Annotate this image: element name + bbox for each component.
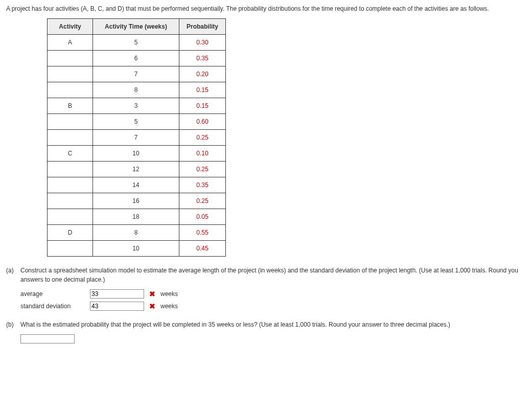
part-b-answer-row [20, 334, 526, 344]
table-row: 80.15 [48, 82, 226, 98]
average-label: average [20, 290, 87, 297]
cell-activity [48, 193, 93, 209]
average-input[interactable] [90, 289, 144, 299]
average-unit: weeks [160, 290, 178, 297]
cell-prob: 0.25 [179, 193, 226, 209]
cell-prob: 0.15 [179, 82, 226, 98]
cell-time: 7 [93, 130, 179, 146]
table-row: B30.15 [48, 98, 226, 114]
cell-activity [48, 82, 93, 98]
cell-prob: 0.05 [179, 209, 226, 225]
cell-activity [48, 130, 93, 146]
part-a: (a) Construct a spreadsheet simulation m… [6, 266, 526, 284]
cell-time: 8 [93, 82, 179, 98]
cell-prob: 0.35 [179, 51, 226, 66]
cell-activity [48, 114, 93, 130]
cell-activity: A [48, 35, 93, 51]
cell-activity [48, 209, 93, 225]
stddev-row: standard deviation ✖ weeks [20, 302, 526, 311]
incorrect-icon: ✖ [149, 302, 155, 310]
cell-time: 7 [93, 66, 179, 82]
incorrect-icon: ✖ [149, 290, 155, 298]
stddev-unit: weeks [160, 303, 178, 310]
part-a-text: Construct a spreadsheet simulation model… [20, 266, 526, 284]
problem-intro: A project has four activities (A, B, C, … [6, 4, 526, 13]
table-row: 100.45 [48, 241, 226, 257]
cell-activity [48, 177, 93, 193]
cell-prob: 0.30 [179, 35, 226, 51]
cell-time: 10 [93, 241, 179, 257]
table-row: 140.35 [48, 177, 226, 193]
cell-time: 10 [93, 146, 179, 162]
cell-activity [48, 51, 93, 66]
table-row: 50.60 [48, 114, 226, 130]
table-row: C100.10 [48, 146, 226, 162]
table-header-prob: Probability [179, 19, 226, 35]
part-a-label: (a) [6, 266, 20, 275]
cell-activity [48, 66, 93, 82]
cell-time: 18 [93, 209, 179, 225]
cell-prob: 0.10 [179, 146, 226, 162]
stddev-input[interactable] [90, 302, 144, 311]
cell-prob: 0.45 [179, 241, 226, 257]
cell-prob: 0.55 [179, 225, 226, 241]
cell-activity [48, 162, 93, 177]
table-header-activity: Activity [48, 19, 93, 35]
cell-activity: B [48, 98, 93, 114]
cell-time: 12 [93, 162, 179, 177]
cell-time: 16 [93, 193, 179, 209]
cell-prob: 0.15 [179, 98, 226, 114]
cell-prob: 0.25 [179, 130, 226, 146]
cell-time: 8 [93, 225, 179, 241]
table-row: 120.25 [48, 162, 226, 177]
cell-prob: 0.35 [179, 177, 226, 193]
cell-time: 14 [93, 177, 179, 193]
cell-time: 5 [93, 35, 179, 51]
cell-prob: 0.25 [179, 162, 226, 177]
average-row: average ✖ weeks [20, 289, 526, 299]
part-b-input[interactable] [20, 334, 75, 344]
part-b-text: What is the estimated probability that t… [20, 320, 526, 329]
cell-time: 3 [93, 98, 179, 114]
cell-prob: 0.60 [179, 114, 226, 130]
cell-activity [48, 241, 93, 257]
part-b: (b) What is the estimated probability th… [6, 320, 526, 329]
table-row: 70.20 [48, 66, 226, 82]
cell-activity: C [48, 146, 93, 162]
table-row: 60.35 [48, 51, 226, 66]
table-row: D80.55 [48, 225, 226, 241]
activity-table: Activity Activity Time (weeks) Probabili… [47, 18, 226, 257]
cell-prob: 0.20 [179, 66, 226, 82]
table-header-time: Activity Time (weeks) [93, 19, 179, 35]
cell-activity: D [48, 225, 93, 241]
table-row: A50.30 [48, 35, 226, 51]
part-b-label: (b) [6, 320, 20, 329]
table-row: 180.05 [48, 209, 226, 225]
cell-time: 6 [93, 51, 179, 66]
cell-time: 5 [93, 114, 179, 130]
stddev-label: standard deviation [20, 303, 87, 310]
table-row: 160.25 [48, 193, 226, 209]
table-row: 70.25 [48, 130, 226, 146]
